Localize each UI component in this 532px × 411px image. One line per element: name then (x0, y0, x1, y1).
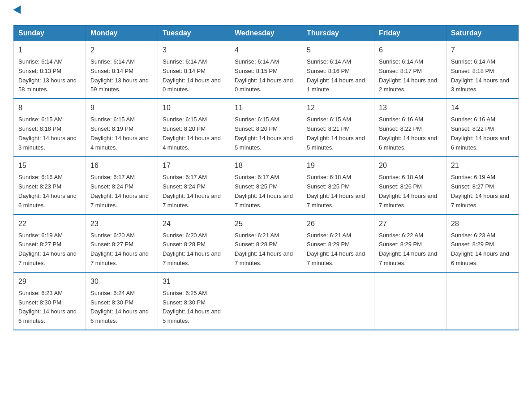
header-monday: Monday (86, 26, 158, 41)
calendar-cell: 28 Sunrise: 6:23 AMSunset: 8:29 PMDaylig… (446, 214, 519, 272)
day-info: Sunrise: 6:22 AMSunset: 8:29 PMDaylight:… (379, 232, 437, 266)
day-number: 27 (379, 218, 442, 229)
day-info: Sunrise: 6:14 AMSunset: 8:16 PMDaylight:… (307, 58, 365, 93)
day-number: 18 (235, 160, 297, 171)
day-number: 1 (18, 45, 81, 56)
day-info: Sunrise: 6:24 AMSunset: 8:30 PMDaylight:… (90, 290, 149, 324)
calendar-cell: 4 Sunrise: 6:14 AMSunset: 8:15 PMDayligh… (230, 41, 302, 99)
calendar-cell: 16 Sunrise: 6:17 AMSunset: 8:24 PMDaylig… (86, 156, 158, 214)
day-number: 28 (451, 218, 514, 229)
calendar-week-row: 29 Sunrise: 6:23 AMSunset: 8:30 PMDaylig… (14, 272, 519, 330)
day-number: 17 (163, 160, 225, 171)
day-number: 22 (18, 218, 81, 229)
calendar-cell: 2 Sunrise: 6:14 AMSunset: 8:14 PMDayligh… (86, 41, 158, 99)
day-info: Sunrise: 6:16 AMSunset: 8:22 PMDaylight:… (451, 116, 509, 150)
logo (13, 9, 23, 16)
calendar-cell: 19 Sunrise: 6:18 AMSunset: 8:25 PMDaylig… (302, 156, 374, 214)
day-info: Sunrise: 6:16 AMSunset: 8:22 PMDaylight:… (379, 116, 437, 150)
calendar-cell: 27 Sunrise: 6:22 AMSunset: 8:29 PMDaylig… (374, 214, 446, 272)
day-number: 2 (90, 45, 153, 56)
day-number: 25 (235, 218, 297, 229)
day-info: Sunrise: 6:20 AMSunset: 8:27 PMDaylight:… (90, 232, 149, 266)
calendar-cell: 17 Sunrise: 6:17 AMSunset: 8:24 PMDaylig… (158, 156, 230, 214)
day-number: 24 (163, 218, 225, 229)
calendar-cell (374, 272, 446, 330)
calendar-cell: 5 Sunrise: 6:14 AMSunset: 8:16 PMDayligh… (302, 41, 374, 99)
header-wednesday: Wednesday (230, 26, 302, 41)
day-number: 29 (18, 276, 81, 287)
calendar-cell: 9 Sunrise: 6:15 AMSunset: 8:19 PMDayligh… (86, 98, 158, 156)
header-tuesday: Tuesday (158, 26, 230, 41)
day-info: Sunrise: 6:18 AMSunset: 8:26 PMDaylight:… (379, 174, 437, 208)
day-number: 19 (307, 160, 369, 171)
day-info: Sunrise: 6:18 AMSunset: 8:25 PMDaylight:… (307, 174, 365, 208)
day-info: Sunrise: 6:15 AMSunset: 8:19 PMDaylight:… (90, 116, 149, 150)
logo-triangle-icon (13, 5, 24, 16)
day-info: Sunrise: 6:21 AMSunset: 8:29 PMDaylight:… (307, 232, 365, 266)
day-info: Sunrise: 6:19 AMSunset: 8:27 PMDaylight:… (451, 174, 509, 208)
day-number: 7 (451, 45, 514, 56)
day-info: Sunrise: 6:17 AMSunset: 8:24 PMDaylight:… (90, 174, 149, 208)
header-sunday: Sunday (14, 26, 86, 41)
calendar-cell: 23 Sunrise: 6:20 AMSunset: 8:27 PMDaylig… (86, 214, 158, 272)
calendar-cell: 6 Sunrise: 6:14 AMSunset: 8:17 PMDayligh… (374, 41, 446, 99)
day-number: 11 (235, 103, 297, 113)
day-info: Sunrise: 6:15 AMSunset: 8:20 PMDaylight:… (163, 116, 221, 150)
day-info: Sunrise: 6:17 AMSunset: 8:25 PMDaylight:… (235, 174, 293, 208)
calendar-cell: 24 Sunrise: 6:20 AMSunset: 8:28 PMDaylig… (158, 214, 230, 272)
calendar-cell: 3 Sunrise: 6:14 AMSunset: 8:14 PMDayligh… (158, 41, 230, 99)
day-number: 10 (163, 103, 225, 113)
calendar-cell: 22 Sunrise: 6:19 AMSunset: 8:27 PMDaylig… (14, 214, 86, 272)
calendar-cell: 29 Sunrise: 6:23 AMSunset: 8:30 PMDaylig… (14, 272, 86, 330)
header-friday: Friday (374, 26, 446, 41)
day-number: 13 (379, 103, 442, 113)
calendar-cell: 18 Sunrise: 6:17 AMSunset: 8:25 PMDaylig… (230, 156, 302, 214)
calendar-cell: 10 Sunrise: 6:15 AMSunset: 8:20 PMDaylig… (158, 98, 230, 156)
day-number: 5 (307, 45, 369, 56)
calendar-week-row: 22 Sunrise: 6:19 AMSunset: 8:27 PMDaylig… (14, 214, 519, 272)
calendar-cell: 13 Sunrise: 6:16 AMSunset: 8:22 PMDaylig… (374, 98, 446, 156)
day-info: Sunrise: 6:14 AMSunset: 8:13 PMDaylight:… (18, 58, 77, 93)
calendar-week-row: 8 Sunrise: 6:15 AMSunset: 8:18 PMDayligh… (14, 98, 519, 156)
day-info: Sunrise: 6:16 AMSunset: 8:23 PMDaylight:… (18, 174, 77, 208)
day-info: Sunrise: 6:19 AMSunset: 8:27 PMDaylight:… (18, 232, 77, 266)
day-info: Sunrise: 6:15 AMSunset: 8:18 PMDaylight:… (18, 116, 77, 150)
day-number: 4 (235, 45, 297, 56)
calendar-cell: 14 Sunrise: 6:16 AMSunset: 8:22 PMDaylig… (446, 98, 519, 156)
page-header (13, 9, 519, 16)
day-info: Sunrise: 6:15 AMSunset: 8:20 PMDaylight:… (235, 116, 293, 150)
day-info: Sunrise: 6:23 AMSunset: 8:30 PMDaylight:… (18, 290, 77, 324)
day-number: 12 (307, 103, 369, 113)
day-number: 16 (90, 160, 153, 171)
calendar-table: SundayMondayTuesdayWednesdayThursdayFrid… (13, 25, 519, 330)
day-info: Sunrise: 6:15 AMSunset: 8:21 PMDaylight:… (307, 116, 365, 150)
day-number: 14 (451, 103, 514, 113)
day-info: Sunrise: 6:14 AMSunset: 8:14 PMDaylight:… (163, 58, 221, 93)
day-info: Sunrise: 6:17 AMSunset: 8:24 PMDaylight:… (163, 174, 221, 208)
calendar-cell: 15 Sunrise: 6:16 AMSunset: 8:23 PMDaylig… (14, 156, 86, 214)
day-number: 9 (90, 103, 153, 113)
calendar-cell: 8 Sunrise: 6:15 AMSunset: 8:18 PMDayligh… (14, 98, 86, 156)
calendar-cell: 12 Sunrise: 6:15 AMSunset: 8:21 PMDaylig… (302, 98, 374, 156)
day-number: 30 (90, 276, 153, 287)
calendar-cell: 30 Sunrise: 6:24 AMSunset: 8:30 PMDaylig… (86, 272, 158, 330)
day-number: 20 (379, 160, 442, 171)
calendar-week-row: 15 Sunrise: 6:16 AMSunset: 8:23 PMDaylig… (14, 156, 519, 214)
day-info: Sunrise: 6:23 AMSunset: 8:29 PMDaylight:… (451, 232, 509, 266)
day-number: 21 (451, 160, 514, 171)
day-info: Sunrise: 6:14 AMSunset: 8:18 PMDaylight:… (451, 58, 509, 93)
calendar-cell: 21 Sunrise: 6:19 AMSunset: 8:27 PMDaylig… (446, 156, 519, 214)
day-info: Sunrise: 6:20 AMSunset: 8:28 PMDaylight:… (163, 232, 221, 266)
day-info: Sunrise: 6:14 AMSunset: 8:15 PMDaylight:… (235, 58, 293, 93)
day-number: 31 (163, 276, 225, 287)
calendar-cell (230, 272, 302, 330)
day-number: 15 (18, 160, 81, 171)
header-thursday: Thursday (302, 26, 374, 41)
calendar-cell (302, 272, 374, 330)
day-number: 26 (307, 218, 369, 229)
day-info: Sunrise: 6:25 AMSunset: 8:30 PMDaylight:… (163, 290, 221, 324)
calendar-week-row: 1 Sunrise: 6:14 AMSunset: 8:13 PMDayligh… (14, 41, 519, 99)
calendar-cell: 1 Sunrise: 6:14 AMSunset: 8:13 PMDayligh… (14, 41, 86, 99)
day-number: 6 (379, 45, 442, 56)
calendar-cell (446, 272, 519, 330)
